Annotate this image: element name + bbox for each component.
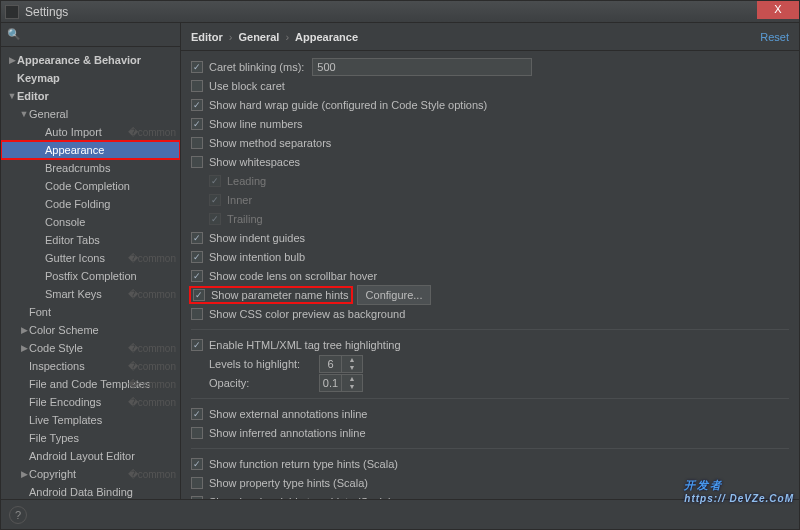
crumb-editor[interactable]: Editor <box>191 31 223 43</box>
tree-item[interactable]: ▶Appearance & Behavior <box>1 51 180 69</box>
tree-item-label: Editor <box>17 90 49 102</box>
code-lens-checkbox[interactable] <box>191 270 203 282</box>
scope-tag-icon: �common <box>128 343 176 354</box>
tree-item[interactable]: Smart Keys�common <box>1 285 180 303</box>
intention-bulb-label: Show intention bulb <box>209 251 305 263</box>
settings-tree: ▶Appearance & BehaviorKeymap▼Editor▼Gene… <box>1 47 180 499</box>
tag-tree-checkbox[interactable] <box>191 339 203 351</box>
trailing-checkbox <box>209 213 221 225</box>
reset-link[interactable]: Reset <box>760 31 789 43</box>
tree-item-label: File Encodings <box>29 396 101 408</box>
line-numbers-checkbox[interactable] <box>191 118 203 130</box>
scope-tag-icon: �common <box>128 127 176 138</box>
settings-panel: Caret blinking (ms): Use block caret Sho… <box>181 51 799 499</box>
chevron-right-icon: › <box>285 31 289 43</box>
parameter-hints-checkbox[interactable] <box>193 289 205 301</box>
tree-item-label: Auto Import <box>45 126 102 138</box>
block-caret-label: Use block caret <box>209 80 285 92</box>
configure-button[interactable]: Configure... <box>357 285 432 305</box>
tree-item[interactable]: Auto Import�common <box>1 123 180 141</box>
tree-item-label: Code Style <box>29 342 83 354</box>
parameter-hints-label: Show parameter name hints <box>211 289 349 301</box>
inferred-annotations-checkbox[interactable] <box>191 427 203 439</box>
tree-item-label: Live Templates <box>29 414 102 426</box>
tree-arrow-icon: ▶ <box>19 343 29 353</box>
tree-item-label: Code Completion <box>45 180 130 192</box>
levels-spinner[interactable]: 6▲▼ <box>319 355 363 373</box>
tree-item[interactable]: ▼General <box>1 105 180 123</box>
tree-arrow-icon: ▶ <box>19 325 29 335</box>
tree-item-label: File Types <box>29 432 79 444</box>
tree-item[interactable]: Appearance <box>1 141 180 159</box>
caret-blinking-checkbox[interactable] <box>191 61 203 73</box>
tree-item[interactable]: Keymap <box>1 69 180 87</box>
close-button[interactable]: X <box>757 1 799 19</box>
caret-blinking-input[interactable] <box>312 58 532 76</box>
tree-item[interactable]: Android Layout Editor <box>1 447 180 465</box>
tree-arrow-icon: ▼ <box>19 109 29 119</box>
fn-return-hints-checkbox[interactable] <box>191 458 203 470</box>
tree-item-label: Color Scheme <box>29 324 99 336</box>
levels-label: Levels to highlight: <box>209 358 319 370</box>
hard-wrap-checkbox[interactable] <box>191 99 203 111</box>
tree-arrow-icon: ▼ <box>7 91 17 101</box>
tree-item[interactable]: Live Templates <box>1 411 180 429</box>
opacity-spinner[interactable]: 0.1▲▼ <box>319 374 363 392</box>
chevron-right-icon: › <box>229 31 233 43</box>
tree-arrow-icon: ▶ <box>7 55 17 65</box>
tree-item-label: Console <box>45 216 85 228</box>
tree-item[interactable]: Breadcrumbs <box>1 159 180 177</box>
scope-tag-icon: �common <box>128 289 176 300</box>
tree-item[interactable]: Code Folding <box>1 195 180 213</box>
tree-item[interactable]: Code Completion <box>1 177 180 195</box>
inner-checkbox <box>209 194 221 206</box>
scope-tag-icon: �common <box>128 469 176 480</box>
leading-checkbox <box>209 175 221 187</box>
tree-item-label: Appearance & Behavior <box>17 54 141 66</box>
opacity-label: Opacity: <box>209 377 319 389</box>
tree-item-label: Code Folding <box>45 198 110 210</box>
search-input[interactable]: 🔍 <box>1 23 180 47</box>
tree-item[interactable]: ▶Code Style�common <box>1 339 180 357</box>
tree-item[interactable]: ▼Editor <box>1 87 180 105</box>
tree-item[interactable]: Font <box>1 303 180 321</box>
tree-item[interactable]: File and Code Templates�common <box>1 375 180 393</box>
css-preview-checkbox[interactable] <box>191 308 203 320</box>
crumb-general[interactable]: General <box>238 31 279 43</box>
tree-item[interactable]: File Encodings�common <box>1 393 180 411</box>
tree-item[interactable]: Inspections�common <box>1 357 180 375</box>
indent-guides-checkbox[interactable] <box>191 232 203 244</box>
tree-item-label: Editor Tabs <box>45 234 100 246</box>
tree-item-label: Keymap <box>17 72 60 84</box>
tree-arrow-icon: ▶ <box>19 469 29 479</box>
tree-item[interactable]: ▶Copyright�common <box>1 465 180 483</box>
external-annotations-checkbox[interactable] <box>191 408 203 420</box>
help-button[interactable]: ? <box>9 506 27 524</box>
method-separators-label: Show method separators <box>209 137 331 149</box>
tree-item[interactable]: Android Data Binding <box>1 483 180 499</box>
css-preview-label: Show CSS color preview as background <box>209 308 405 320</box>
tree-item[interactable]: Editor Tabs <box>1 231 180 249</box>
property-hints-checkbox[interactable] <box>191 477 203 489</box>
tree-item[interactable]: File Types <box>1 429 180 447</box>
tree-item-label: Postfix Completion <box>45 270 137 282</box>
hard-wrap-label: Show hard wrap guide (configured in Code… <box>209 99 487 111</box>
breadcrumb: Editor › General › Appearance Reset <box>181 23 799 51</box>
tree-item[interactable]: ▶Color Scheme <box>1 321 180 339</box>
method-separators-checkbox[interactable] <box>191 137 203 149</box>
whitespaces-label: Show whitespaces <box>209 156 300 168</box>
crumb-appearance[interactable]: Appearance <box>295 31 358 43</box>
caret-blinking-label: Caret blinking (ms): <box>209 61 304 73</box>
property-hints-label: Show property type hints (Scala) <box>209 477 368 489</box>
whitespaces-checkbox[interactable] <box>191 156 203 168</box>
window-title: Settings <box>25 5 68 19</box>
trailing-label: Trailing <box>227 213 263 225</box>
block-caret-checkbox[interactable] <box>191 80 203 92</box>
tree-item[interactable]: Gutter Icons�common <box>1 249 180 267</box>
tree-item[interactable]: Console <box>1 213 180 231</box>
parameter-hints-highlight: Show parameter name hints <box>191 288 351 302</box>
tree-item[interactable]: Postfix Completion <box>1 267 180 285</box>
intention-bulb-checkbox[interactable] <box>191 251 203 263</box>
tree-item-label: General <box>29 108 68 120</box>
tree-item-label: Smart Keys <box>45 288 102 300</box>
